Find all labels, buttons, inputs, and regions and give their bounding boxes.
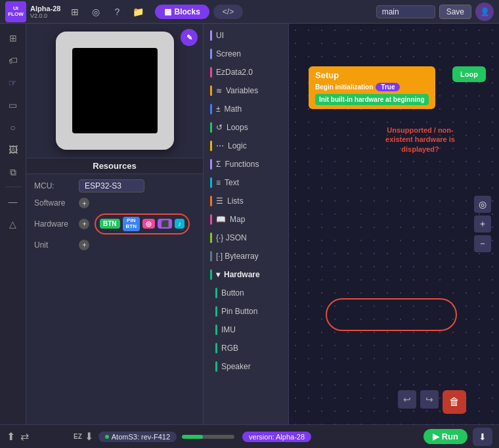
- code-button[interactable]: </>: [213, 5, 243, 19]
- resources-title: Resources: [26, 158, 203, 174]
- undo-button[interactable]: ↩: [398, 390, 416, 409]
- ez-icon[interactable]: ⬇: [85, 430, 93, 443]
- save-button[interactable]: Save: [439, 5, 471, 19]
- sidebar-icon-files[interactable]: ⊞: [4, 29, 22, 47]
- hw-badge-imu[interactable]: ◎: [142, 219, 155, 229]
- category-ui[interactable]: UI: [204, 26, 288, 45]
- category-hardware-icon: ▾: [216, 270, 220, 279]
- category-logic[interactable]: ⋯ Logic: [204, 137, 288, 155]
- loop-block[interactable]: Loop: [452, 66, 486, 82]
- sidebar-icon-touch[interactable]: ☞: [4, 74, 22, 92]
- cat-bar-bytearray: [210, 251, 212, 261]
- sidebar-icon-image[interactable]: 🖼: [4, 141, 22, 159]
- setup-true-badge[interactable]: True: [376, 83, 400, 91]
- edit-badge[interactable]: ✎: [181, 29, 198, 46]
- app-logo[interactable]: Ui FLOW: [5, 1, 26, 22]
- zoom-dot-button[interactable]: ◎: [474, 196, 491, 213]
- unit-label: Unit: [34, 240, 74, 250]
- target-icon[interactable]: ◎: [88, 4, 104, 20]
- category-loops[interactable]: ↺ Loops: [204, 118, 288, 137]
- category-text[interactable]: ≡ Text: [204, 173, 288, 192]
- category-functions[interactable]: Σ Functions: [204, 155, 288, 173]
- zoom-out-button[interactable]: －: [474, 235, 491, 252]
- category-hardware-label: Hardware: [224, 270, 260, 279]
- cat-bar-functions: [210, 159, 212, 169]
- upload-icon[interactable]: ⬆: [7, 430, 15, 443]
- hw-badge-rgb[interactable]: ⬛: [158, 219, 172, 229]
- category-imu[interactable]: IMU: [204, 321, 288, 339]
- category-screen-label: Screen: [216, 49, 241, 58]
- add-unit-button[interactable]: ＋: [79, 240, 89, 250]
- category-button[interactable]: Button: [204, 284, 288, 302]
- setup-init-text: Begin initialization: [315, 83, 373, 91]
- category-map[interactable]: 📖 Map: [204, 210, 288, 229]
- download-button[interactable]: ⬇: [473, 428, 492, 446]
- help-icon[interactable]: ?: [109, 4, 125, 20]
- hw-badge-pinbtn[interactable]: PINBTN: [123, 217, 140, 231]
- category-logic-label: Logic: [228, 141, 247, 150]
- mcu-label: MCU:: [34, 181, 74, 190]
- hw-badge-speaker[interactable]: ♪: [175, 219, 184, 229]
- category-loops-icon: ↺: [216, 123, 223, 132]
- sidebar-divider-1: [5, 187, 21, 187]
- cat-bar-rgb: [215, 343, 217, 353]
- category-screen[interactable]: Screen: [204, 45, 288, 63]
- setup-init-row: Begin initialization True: [315, 83, 429, 91]
- software-label: Software: [34, 198, 74, 208]
- category-hardware[interactable]: ▾ Hardware: [204, 265, 288, 284]
- unit-row: Unit ＋: [34, 240, 195, 250]
- cat-bar-loops: [210, 122, 212, 133]
- cat-bar-text: [210, 177, 212, 188]
- main-input[interactable]: [376, 5, 435, 18]
- sync-icon[interactable]: ⇄: [20, 430, 29, 443]
- device-frame: [56, 32, 174, 150]
- device-progress-bar: [182, 435, 234, 439]
- delete-button[interactable]: 🗑: [443, 390, 466, 414]
- cat-bar-json: [210, 233, 212, 243]
- run-icon: ▶: [433, 432, 439, 441]
- device-progress-fill: [182, 435, 203, 439]
- category-text-label: Text: [225, 178, 239, 187]
- mcu-value: ESP32-S3: [79, 179, 144, 192]
- cat-bar-pinbutton: [215, 306, 217, 317]
- category-ezdata[interactable]: EzData2.0: [204, 63, 288, 81]
- category-speaker[interactable]: Speaker: [204, 357, 288, 376]
- cat-bar-map: [210, 214, 212, 225]
- profile-avatar[interactable]: 👤: [475, 3, 494, 21]
- folder-icon[interactable]: 📁: [130, 4, 146, 20]
- category-variables[interactable]: ≋ Variables: [204, 81, 288, 100]
- resources-panel: ✎ Resources MCU: ESP32-S3 Software ＋ Har…: [26, 24, 204, 424]
- canvas-area[interactable]: Setup Begin initialization True Init bui…: [289, 24, 499, 424]
- cat-bar-variables: [210, 85, 212, 96]
- setup-title: Setup: [315, 70, 429, 80]
- category-lists-label: Lists: [227, 196, 244, 206]
- sidebar-icon-minus[interactable]: —: [4, 192, 22, 211]
- category-map-label: Map: [230, 215, 245, 224]
- setup-block[interactable]: Setup Begin initialization True Init bui…: [309, 66, 435, 109]
- setup-hw-btn[interactable]: Init built-in hardware at beginning: [315, 94, 429, 105]
- redo-button[interactable]: ↪: [420, 390, 439, 409]
- add-hardware-button[interactable]: ＋: [79, 219, 89, 229]
- blocks-button[interactable]: ▦ Blocks: [155, 5, 209, 19]
- sidebar-icon-rect[interactable]: ▭: [4, 96, 22, 114]
- hw-badge-btn[interactable]: BTN: [100, 219, 120, 229]
- category-json[interactable]: {·} JSON: [204, 229, 288, 247]
- category-lists[interactable]: ☰ Lists: [204, 192, 288, 210]
- add-software-button[interactable]: ＋: [79, 198, 89, 208]
- zoom-in-button[interactable]: ＋: [474, 215, 491, 233]
- cat-bar-logic: [210, 141, 212, 151]
- main-layout: ⊞ 🏷 ☞ ▭ ○ 🖼 ⧉ — △ ✎ Resources MCU: ESP32…: [0, 24, 499, 424]
- sidebar-icon-circle[interactable]: ○: [4, 118, 22, 137]
- category-pinbutton[interactable]: Pin Button: [204, 302, 288, 321]
- sidebar-icon-layers[interactable]: ⧉: [4, 163, 22, 181]
- category-lists-icon: ☰: [216, 196, 223, 206]
- home-icon[interactable]: ⊞: [67, 4, 83, 20]
- sidebar-icon-tag[interactable]: 🏷: [4, 51, 22, 70]
- ez-data-icon-group: EZ ⬇: [74, 430, 93, 443]
- run-button[interactable]: ▶ Run: [423, 429, 467, 444]
- cat-bar-screen: [210, 49, 212, 59]
- category-rgb[interactable]: RGB: [204, 339, 288, 357]
- category-bytearray[interactable]: [·] Bytearray: [204, 247, 288, 265]
- category-math[interactable]: ± Math: [204, 100, 288, 118]
- sidebar-icon-triangle[interactable]: △: [4, 215, 22, 233]
